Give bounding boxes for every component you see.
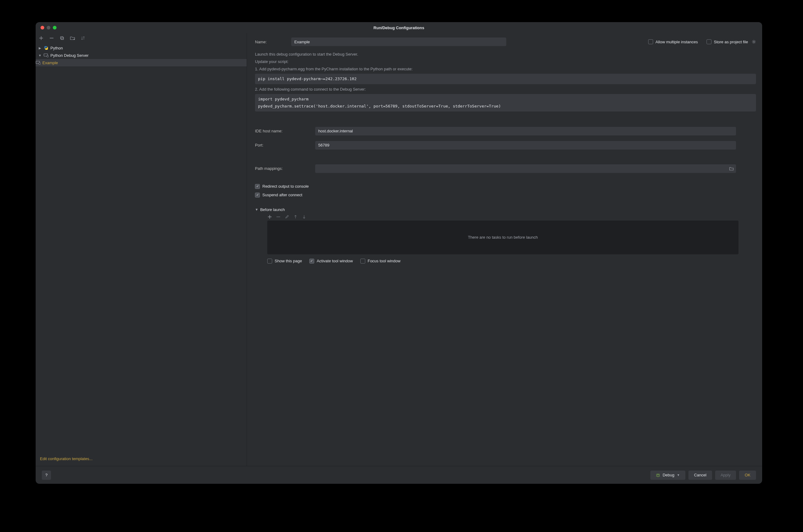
svg-point-7 xyxy=(657,474,659,477)
checkbox-label: Redirect output to console xyxy=(262,184,309,189)
svg-point-3 xyxy=(47,55,49,57)
window-controls xyxy=(41,26,57,30)
add-icon[interactable] xyxy=(39,36,44,41)
titlebar: Run/Debug Configurations xyxy=(36,22,762,33)
folder-icon[interactable] xyxy=(727,167,736,170)
svg-rect-1 xyxy=(61,37,63,40)
folder-add-icon[interactable] xyxy=(70,36,75,41)
launch-display-options: Show this page Activate tool window Focu… xyxy=(267,259,756,264)
footer: ? Debug ▼ Cancel Apply OK xyxy=(36,466,762,484)
desc-line: 1. Add pydevd-pycharm.egg from the PyCha… xyxy=(255,66,756,73)
path-mappings-input[interactable] xyxy=(315,166,727,171)
tree-node-python[interactable]: ▶ Python xyxy=(36,44,247,52)
host-row: IDE host name: xyxy=(255,127,756,135)
sidebar: ▶ Python ▼ Python Debug Server xyxy=(36,33,247,466)
svg-rect-0 xyxy=(60,37,63,39)
focus-tool-window-checkbox[interactable]: Focus tool window xyxy=(360,259,401,264)
chevron-down-icon: ▼ xyxy=(38,54,42,57)
maximize-window-icon[interactable] xyxy=(53,26,57,30)
show-this-page-checkbox[interactable]: Show this page xyxy=(267,259,302,264)
debug-button[interactable]: Debug ▼ xyxy=(650,471,685,480)
before-launch-header[interactable]: ▼ Before launch xyxy=(255,207,756,212)
code-block: import pydevd_pycharm pydevd_pycharm.set… xyxy=(255,94,756,111)
close-window-icon[interactable] xyxy=(41,26,44,30)
section-label: Before launch xyxy=(260,207,285,212)
connection-settings: IDE host name: Port: Path mappings: xyxy=(255,127,756,173)
svg-point-5 xyxy=(39,63,41,64)
sort-icon[interactable] xyxy=(80,36,85,41)
ok-button[interactable]: OK xyxy=(739,471,756,480)
chevron-down-icon: ▼ xyxy=(677,473,680,477)
sidebar-toolbar xyxy=(36,33,247,43)
run-debug-config-window: Run/Debug Configurations xyxy=(36,22,762,484)
svg-point-6 xyxy=(753,41,754,42)
config-tree: ▶ Python ▼ Python Debug Server xyxy=(36,43,247,453)
tree-node-example[interactable]: Example xyxy=(36,59,247,66)
checkbox-label: Store as project file xyxy=(714,40,748,44)
checkbox-icon xyxy=(648,39,653,44)
add-icon[interactable] xyxy=(268,215,271,219)
tree-node-debug-server[interactable]: ▼ Python Debug Server xyxy=(36,52,247,59)
checkbox-label: Show this page xyxy=(275,259,302,263)
description: Launch this debug configuration to start… xyxy=(255,51,756,113)
activate-tool-window-checkbox[interactable]: Activate tool window xyxy=(309,259,353,264)
tree-label: Python Debug Server xyxy=(51,53,89,58)
port-row: Port: xyxy=(255,141,756,150)
minimize-window-icon[interactable] xyxy=(47,26,51,30)
desc-line: 2. Add the following command to connect … xyxy=(255,86,756,93)
cancel-button[interactable]: Cancel xyxy=(688,471,712,480)
edit-templates-link[interactable]: Edit configuration templates... xyxy=(36,453,247,466)
before-launch-section: ▼ Before launch There are no tasks to ru… xyxy=(255,207,756,264)
checkbox-label: Suspend after connect xyxy=(262,193,302,197)
copy-icon[interactable] xyxy=(60,36,64,41)
path-mappings-row: Path mappings: xyxy=(255,164,756,173)
checkbox-icon xyxy=(309,259,314,264)
checkbox-label: Focus tool window xyxy=(368,259,401,263)
debug-server-icon xyxy=(36,60,41,65)
up-icon xyxy=(294,215,298,219)
name-row: Name: Allow multiple instances Store as … xyxy=(255,37,756,46)
debug-server-icon xyxy=(44,53,49,58)
button-label: Debug xyxy=(663,473,674,477)
chevron-right-icon: ▶ xyxy=(38,46,42,50)
boolean-options: Redirect output to console Suspend after… xyxy=(255,184,756,197)
port-input[interactable] xyxy=(315,141,736,150)
window-title: Run/Debug Configurations xyxy=(374,25,424,30)
before-launch-empty: There are no tasks to run before launch xyxy=(267,221,739,254)
checkbox-label: Activate tool window xyxy=(317,259,353,263)
code-block: pip install pydevd-pycharm~=242.23726.10… xyxy=(255,74,756,84)
apply-button: Apply xyxy=(715,471,737,480)
bug-icon xyxy=(656,473,660,477)
edit-icon xyxy=(285,215,289,219)
name-label: Name: xyxy=(255,40,291,44)
checkbox-icon xyxy=(255,193,260,197)
python-icon xyxy=(44,45,49,50)
gear-icon[interactable] xyxy=(752,40,756,44)
host-label: IDE host name: xyxy=(255,129,315,133)
checkbox-icon xyxy=(267,259,272,264)
store-project-checkbox[interactable]: Store as project file xyxy=(707,39,756,44)
tree-label: Python xyxy=(51,46,63,50)
main-panel: Name: Allow multiple instances Store as … xyxy=(247,33,762,466)
checkbox-icon xyxy=(707,39,711,44)
suspend-after-connect-checkbox[interactable]: Suspend after connect xyxy=(255,193,756,197)
path-input-wrapper xyxy=(315,164,736,173)
dialog-body: ▶ Python ▼ Python Debug Server xyxy=(36,33,762,466)
name-input[interactable] xyxy=(291,37,506,46)
chevron-down-icon: ▼ xyxy=(255,208,259,211)
help-button[interactable]: ? xyxy=(42,471,51,480)
host-input[interactable] xyxy=(315,127,736,135)
down-icon xyxy=(302,215,306,219)
tree-label: Example xyxy=(42,60,58,65)
port-label: Port: xyxy=(255,143,315,148)
remove-icon xyxy=(276,215,280,219)
redirect-output-checkbox[interactable]: Redirect output to console xyxy=(255,184,756,189)
remove-icon[interactable] xyxy=(49,36,54,41)
allow-multiple-checkbox[interactable]: Allow multiple instances xyxy=(648,39,698,44)
desc-line: Update your script: xyxy=(255,58,756,65)
checkbox-label: Allow multiple instances xyxy=(655,40,698,44)
checkbox-icon xyxy=(255,184,260,189)
desc-line: Launch this debug configuration to start… xyxy=(255,51,756,58)
path-label: Path mappings: xyxy=(255,166,315,171)
checkbox-icon xyxy=(360,259,365,264)
